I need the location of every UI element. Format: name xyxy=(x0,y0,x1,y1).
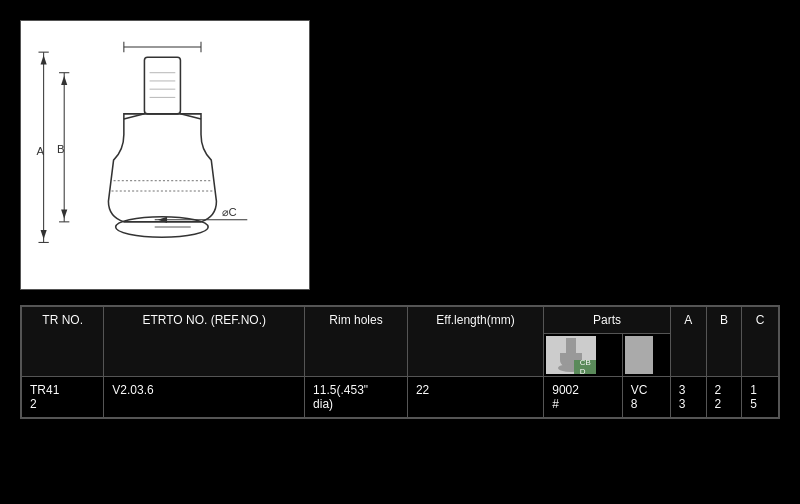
header-a: A xyxy=(670,307,706,377)
cell-parts-code1: 9002 # xyxy=(544,377,623,418)
diagram-area: A B ⌀C xyxy=(20,20,310,290)
main-container: A B ⌀C xyxy=(0,0,800,504)
svg-text:⌀C: ⌀C xyxy=(222,206,237,218)
cell-b: 2 2 xyxy=(706,377,742,418)
cell-eff-length: 22 xyxy=(407,377,543,418)
parts-image-col1: CBD xyxy=(544,334,623,377)
table-container: TR NO. ETRTO NO. (REF.NO.) Rim holes Eff… xyxy=(20,305,780,419)
header-rim-holes: Rim holes xyxy=(305,307,408,377)
svg-text:A: A xyxy=(36,145,44,157)
header-c: C xyxy=(742,307,779,377)
cell-tr-no: TR41 2 xyxy=(22,377,104,418)
cell-rim-holes: 11.5(.453" dia) xyxy=(305,377,408,418)
header-eff-length: Eff.length(mm) xyxy=(407,307,543,377)
svg-text:B: B xyxy=(57,143,65,155)
header-tr-no: TR NO. xyxy=(22,307,104,377)
cell-a: 3 3 xyxy=(670,377,706,418)
cell-parts-code2: VC 8 xyxy=(622,377,670,418)
table-row: TR41 2 V2.03.6 11.5(.453" dia) 22 9002 #… xyxy=(22,377,779,418)
header-b: B xyxy=(706,307,742,377)
svg-rect-31 xyxy=(566,338,576,353)
cell-etrto-no: V2.03.6 xyxy=(104,377,305,418)
cell-c: 1 5 xyxy=(742,377,779,418)
header-etrto-no: ETRTO NO. (REF.NO.) xyxy=(104,307,305,377)
parts-image-col2 xyxy=(622,334,670,377)
header-parts: Parts xyxy=(544,307,671,334)
